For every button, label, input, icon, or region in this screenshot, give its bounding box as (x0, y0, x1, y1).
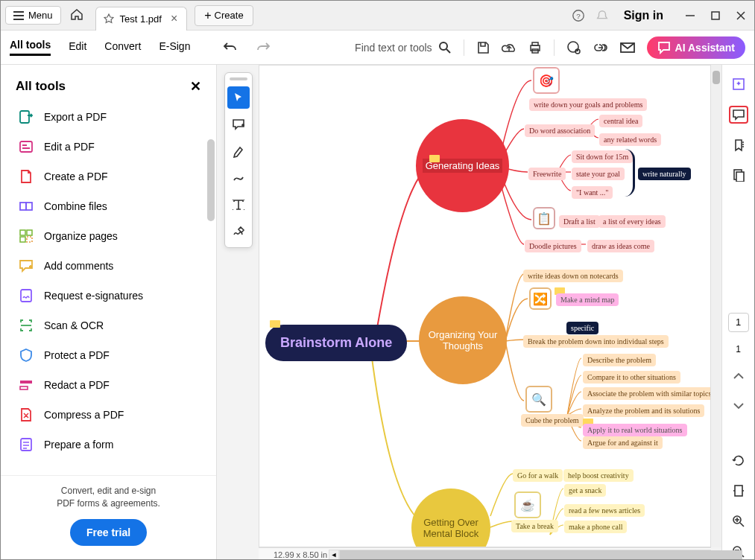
cloud-icon[interactable] (502, 41, 517, 54)
comment-tool[interactable] (227, 113, 250, 136)
tool-create-pdf[interactable]: Create a PDF (8, 162, 209, 191)
node-generating-ideas: Generating Ideas (416, 119, 509, 212)
svg-rect-18 (21, 290, 31, 302)
tab-close-button[interactable]: × (168, 12, 180, 25)
help-icon[interactable]: ? (572, 9, 585, 22)
ai-assistant-button[interactable]: AI Assistant (647, 36, 745, 59)
page-input[interactable]: 1 (728, 313, 749, 333)
zoom-in-icon[interactable] (729, 512, 748, 531)
fit-page-icon[interactable] (729, 482, 748, 500)
svg-rect-10 (20, 111, 29, 123)
page-down-button[interactable] (729, 397, 748, 416)
leaf: state your goal (572, 168, 625, 180)
search-label: Find text or tools (355, 42, 432, 54)
redo-button[interactable] (256, 42, 271, 54)
tab-esign[interactable]: E-Sign (159, 40, 190, 55)
svg-rect-13 (26, 203, 32, 210)
gen-ai-icon[interactable] (566, 40, 581, 55)
free-trial-button[interactable]: Free trial (70, 519, 147, 546)
horizontal-scrollbar[interactable]: ◄► (329, 549, 711, 560)
tool-redact-pdf[interactable]: Redact a PDF (8, 370, 209, 400)
tab-all-tools[interactable]: All tools (10, 39, 51, 56)
leaf: Describe the problem (583, 354, 656, 366)
tool-export-pdf[interactable]: Export a PDF (8, 102, 209, 132)
draw-tool[interactable] (227, 167, 250, 189)
svg-point-7 (568, 42, 578, 52)
tool-add-comments[interactable]: Add comments (8, 251, 209, 281)
annotation-toolbar[interactable] (224, 72, 253, 248)
footer-text-2: PDF forms & agreements. (16, 497, 201, 510)
comments-panel-icon[interactable] (729, 106, 748, 124)
document-canvas[interactable]: Brainstorm Alone Generating Ideas 🎯 writ… (259, 65, 711, 547)
tool-prepare-form[interactable]: Prepare a form (8, 430, 209, 459)
leaf: Argue for and against it (583, 436, 663, 449)
text-tool[interactable] (227, 194, 250, 216)
tool-scan-ocr[interactable]: Scan & OCR (8, 311, 209, 340)
svg-text:?: ? (576, 11, 581, 19)
undo-button[interactable] (223, 42, 238, 54)
export-icon (19, 109, 34, 124)
bookmarks-icon[interactable] (729, 136, 748, 154)
panel-close-button[interactable]: ✕ (190, 78, 201, 95)
create-button[interactable]: + Create (195, 5, 253, 26)
tools-list: Export a PDF Edit a PDF Create a PDF Com… (1, 102, 216, 475)
tool-combine-files[interactable]: Combine files (8, 191, 209, 221)
leaf: Analyze the problem and its solutions (583, 404, 704, 417)
tool-edit-pdf[interactable]: Edit a PDF (8, 132, 209, 162)
tool-protect-pdf[interactable]: Protect a PDF (8, 340, 209, 370)
leaf: Draft a list (559, 215, 600, 228)
svg-rect-5 (532, 42, 538, 45)
bell-icon[interactable] (596, 9, 609, 22)
redact-icon (19, 378, 34, 392)
page-up-button[interactable] (729, 366, 748, 385)
sign-tool[interactable] (227, 220, 250, 243)
chat-icon (657, 41, 671, 54)
tool-label: Compress a PDF (44, 409, 124, 421)
svg-rect-25 (735, 486, 742, 496)
minimize-button[interactable] (686, 11, 695, 20)
save-icon[interactable] (476, 41, 490, 54)
leaf: Doodle pictures (525, 240, 581, 252)
menu-button[interactable]: Menu (5, 6, 61, 25)
vertical-scrollbar[interactable] (711, 65, 721, 547)
highlight-tool[interactable] (227, 140, 250, 162)
tool-label: Edit a PDF (44, 141, 95, 153)
tool-label: Redact a PDF (44, 379, 110, 391)
svg-rect-11 (20, 141, 32, 152)
edit-icon (19, 139, 34, 154)
maximize-button[interactable] (711, 11, 720, 20)
leaf: Take a break (511, 520, 558, 532)
document-tab[interactable]: Test 1.pdf × (95, 7, 188, 31)
tool-label: Protect a PDF (44, 349, 110, 361)
right-rail: 1 1 (721, 65, 754, 560)
rotate-icon[interactable] (729, 452, 748, 471)
toolbar-grip[interactable] (230, 77, 247, 80)
star-icon (104, 13, 114, 24)
leaf: Go for a walk (513, 469, 563, 482)
pages-icon[interactable] (729, 166, 748, 185)
mail-icon[interactable] (620, 42, 635, 54)
tab-convert[interactable]: Convert (104, 40, 141, 55)
tool-compress-pdf[interactable]: Compress a PDF (8, 400, 209, 430)
leaf: write ideas down on notecards (523, 270, 623, 282)
tool-organize-pages[interactable]: Organize pages (8, 221, 209, 251)
sign-in-button[interactable]: Sign in (624, 9, 663, 22)
select-tool[interactable] (227, 86, 250, 109)
link-icon[interactable] (593, 41, 608, 54)
panel-footer: Convert, edit and e-sign PDF forms & agr… (1, 475, 216, 560)
tool-request-esign[interactable]: Request e-signatures (8, 281, 209, 311)
svg-rect-17 (27, 237, 32, 242)
print-icon[interactable] (528, 41, 542, 54)
esign-icon (19, 288, 34, 303)
close-window-button[interactable] (736, 11, 745, 20)
leaf: make a phone call (564, 521, 627, 533)
leaf-highlighted: Make a mind map (556, 293, 619, 306)
tab-edit[interactable]: Edit (69, 40, 86, 55)
form-icon (19, 437, 34, 452)
search-tools[interactable]: Find text or tools (355, 41, 452, 54)
panel-sparkle-icon[interactable] (729, 75, 748, 94)
search-icon (438, 41, 452, 54)
home-button[interactable] (67, 4, 86, 27)
leaf: specific (566, 322, 598, 334)
panel-scrollbar[interactable] (207, 139, 215, 221)
